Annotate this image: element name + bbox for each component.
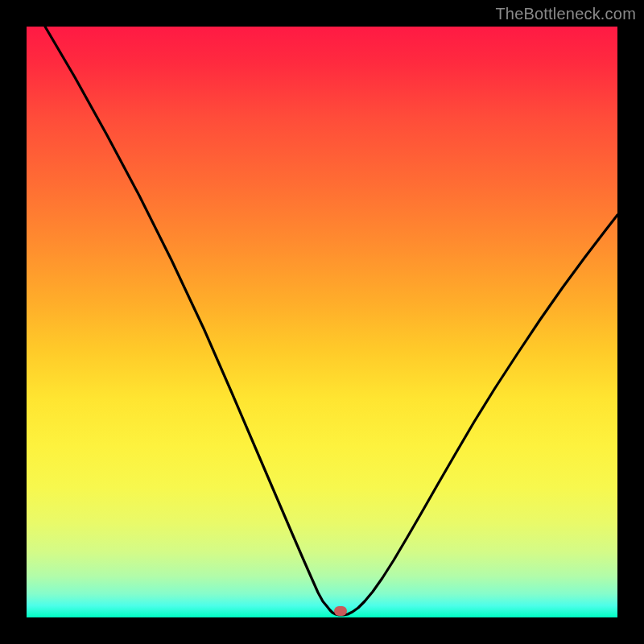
attribution-text: TheBottleneck.com	[495, 5, 636, 23]
chart-frame: TheBottleneck.com	[0, 0, 644, 644]
optimal-point-marker	[334, 606, 347, 616]
bottleneck-curve	[27, 27, 617, 617]
